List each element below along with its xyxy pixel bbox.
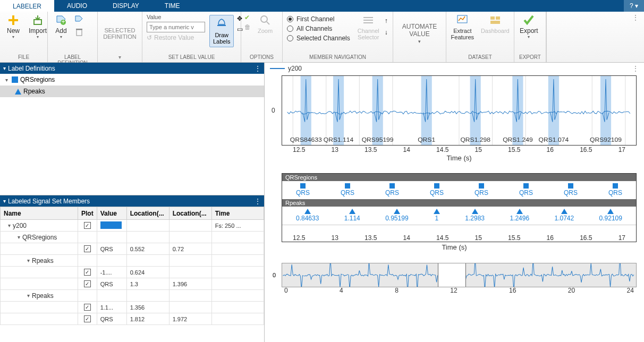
table-row[interactable]: ✓QRS0.5520.72	[1, 243, 264, 255]
radio-first-channel[interactable]: First Channel	[285, 15, 352, 23]
plus-icon	[7, 14, 20, 27]
more-icon[interactable]: ⋮	[255, 65, 261, 72]
qrs-marker[interactable]: QRS	[385, 183, 399, 196]
checkbox[interactable]: ✓	[84, 315, 91, 322]
qrs-marker[interactable]: QRS	[608, 183, 622, 196]
col-value[interactable]: Value	[97, 207, 126, 220]
arrow-down-icon[interactable]: ↓	[385, 29, 388, 36]
zoom-button[interactable]: Zoom	[254, 13, 276, 35]
tab-audio[interactable]: AUDIO	[54, 0, 100, 12]
svg-point-8	[261, 16, 267, 22]
svg-text:QRS1.298: QRS1.298	[460, 136, 490, 143]
signal-chart[interactable]: 0 QRS84633QRS1.114QRS95199QRS1QRS1.298QR…	[282, 75, 637, 146]
add-button[interactable]: + Add▾	[50, 13, 72, 41]
col-locmin[interactable]: Location(...	[126, 207, 169, 220]
tab-labeler[interactable]: LABELER	[0, 0, 54, 12]
svg-text:+: +	[61, 18, 65, 25]
check-icon[interactable]: ✔	[244, 14, 251, 21]
restore-icon: ↺	[147, 34, 152, 41]
col-name[interactable]: Name	[1, 207, 78, 220]
table-row[interactable]: ✓-1....0.624	[1, 267, 264, 278]
rpeak-marker[interactable]: 1.0742	[554, 209, 574, 222]
ribbon-group-setlabel: SET LABEL VALUE	[145, 54, 239, 62]
y-tick-0: 0	[272, 107, 275, 114]
signal-set-members-panel: ▾ Labeled Signal Set Members ⋮ Name Plot…	[0, 195, 264, 342]
col-locmax[interactable]: Location(...	[169, 207, 211, 220]
rpeak-marker[interactable]: 1.2983	[465, 209, 485, 222]
rpeak-marker[interactable]: 0.84633	[296, 209, 319, 222]
help-icon: ?	[630, 2, 633, 10]
dashboard-button[interactable]: Dashboard	[479, 13, 512, 35]
more-icon[interactable]: ⋮	[255, 198, 261, 205]
checkbox[interactable]: ✓	[84, 245, 91, 252]
qrs-marker[interactable]: QRS	[564, 183, 578, 196]
tab-display[interactable]: DISPLAY	[100, 0, 152, 12]
label-definitions-header[interactable]: ▾ Label Definitions ⋮	[0, 63, 264, 74]
col-plot[interactable]: Plot	[78, 207, 97, 220]
svg-line-9	[267, 22, 269, 24]
tag-copy-icon[interactable]	[74, 15, 84, 26]
col-time[interactable]: Time	[211, 207, 264, 220]
restore-value-button[interactable]: ↺ Restore Value	[147, 34, 205, 41]
qrs-marker[interactable]: QRS	[341, 183, 354, 196]
qrs-marker[interactable]: QRS	[296, 183, 310, 196]
members-table: Name Plot Value Location(... Location(..…	[0, 207, 264, 325]
table-row[interactable]: ▾y200✓Fs: 250 ...	[1, 220, 264, 232]
rpeak-marker[interactable]: 1	[434, 209, 440, 222]
radio-selected-channels[interactable]: Selected Channels	[285, 34, 352, 42]
qrs-marker[interactable]: QRS	[519, 183, 533, 196]
qrs-marker[interactable]: QRS	[474, 183, 488, 196]
extract-features-button[interactable]: Extract Features	[448, 13, 477, 41]
automate-value-button[interactable]: AUTOMATE VALUE▾	[395, 23, 444, 44]
signal-set-members-header[interactable]: ▾ Labeled Signal Set Members ⋮	[0, 195, 264, 207]
draw-labels-button[interactable]: Draw Labels	[209, 15, 234, 47]
delete-icon[interactable]: 🗑	[244, 23, 251, 31]
legend: y200	[265, 63, 644, 74]
bell-icon	[216, 18, 227, 31]
legend-label: y200	[288, 65, 302, 72]
table-row[interactable]: ▾QRSregions	[1, 232, 264, 243]
signal-display: ⋮ y200 0 QRS84633QRS1.114QRS95199QRS1QRS…	[265, 63, 644, 342]
tag-add-icon: +	[55, 14, 67, 27]
qrs-marker[interactable]: QRS	[430, 183, 444, 196]
value-label: Value	[147, 14, 205, 20]
svg-text:QRS95199: QRS95199	[362, 136, 394, 143]
channel-selector-button[interactable]: Channel Selector	[354, 13, 383, 41]
table-row[interactable]: ✓1.1...1.356	[1, 302, 264, 313]
display-menu-icon[interactable]: ⋮	[632, 65, 639, 72]
help-button[interactable]: ? ▾	[624, 0, 644, 12]
import-button[interactable]: Import▾	[27, 13, 49, 41]
table-row[interactable]: ✓QRS1.31.396	[1, 278, 264, 290]
rpeak-marker[interactable]: 1.2496	[510, 209, 529, 222]
svg-text:QRS1.249: QRS1.249	[503, 136, 533, 143]
chevron-down-icon: ▾	[3, 65, 6, 71]
dashboard-icon	[489, 14, 502, 27]
arrow-up-icon[interactable]: ↑	[385, 17, 388, 24]
overview-chart[interactable]: 0 04812162024	[282, 263, 637, 287]
triangle-icon	[15, 89, 21, 95]
tree-item-qrsregions[interactable]: ▾ QRSregions	[0, 74, 264, 85]
checkbox[interactable]: ✓	[84, 304, 91, 311]
value-input[interactable]	[147, 22, 205, 32]
export-button[interactable]: Export▾	[516, 13, 541, 41]
checkbox[interactable]: ✓	[84, 269, 91, 276]
rpeak-marker[interactable]: 0.92109	[599, 209, 622, 222]
new-button[interactable]: New▾	[2, 13, 24, 41]
trash-icon[interactable]	[74, 27, 84, 38]
tree-item-rpeaks[interactable]: Rpeaks	[0, 85, 264, 97]
checkbox[interactable]: ✓	[84, 222, 91, 229]
table-row[interactable]: ▾Rpeaks	[1, 290, 264, 302]
ribbon-group-dataset: DATASET	[448, 54, 512, 62]
radio-all-channels[interactable]: All Channels	[285, 24, 352, 33]
table-row[interactable]: ✓QRS1.8121.972	[1, 313, 264, 325]
labels-panel[interactable]: QRSregions QRSQRSQRSQRSQRSQRSQRSQRS Rpea…	[282, 173, 637, 242]
checkbox[interactable]: ✓	[84, 280, 91, 287]
ribbon-overflow[interactable]: ⋮	[546, 12, 644, 62]
selected-definition-label: SELECTED DEFINITION	[103, 27, 136, 40]
rpeak-marker[interactable]: 1.114	[344, 209, 360, 222]
legend-line-icon	[270, 68, 285, 69]
rpeak-marker[interactable]: 0.95199	[385, 209, 408, 222]
overview-window[interactable]	[438, 263, 466, 287]
tab-time[interactable]: TIME	[152, 0, 193, 12]
table-row[interactable]: ▾Rpeaks	[1, 255, 264, 267]
